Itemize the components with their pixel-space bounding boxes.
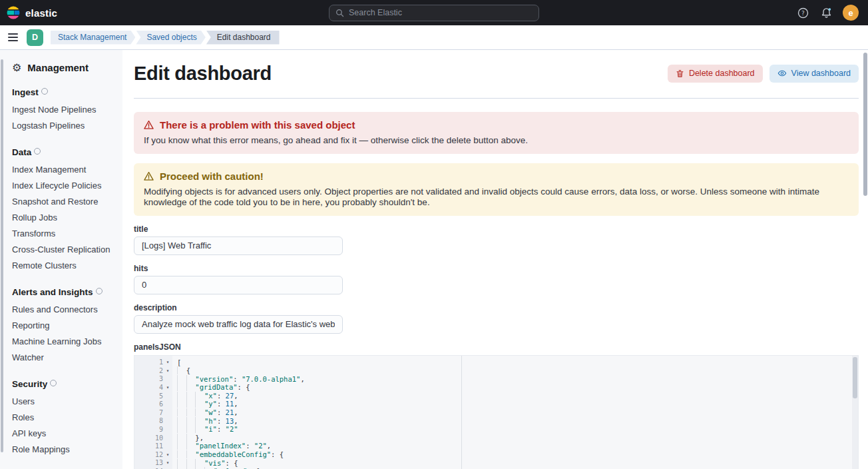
page-body: ⚙ Management IngestIngest Node Pipelines… bbox=[0, 50, 868, 469]
fold-arrow-icon[interactable]: ▾ bbox=[163, 384, 172, 390]
global-search[interactable] bbox=[329, 5, 539, 21]
hits-field-label: hits bbox=[134, 264, 859, 273]
code-token: , bbox=[300, 375, 304, 383]
sidebar-item[interactable]: Roles bbox=[12, 409, 116, 425]
gutter-line: 7 bbox=[134, 408, 172, 417]
search-input[interactable] bbox=[349, 8, 533, 17]
fold-arrow-icon[interactable]: ▾ bbox=[163, 368, 172, 374]
help-icon[interactable]: ? bbox=[796, 6, 809, 19]
sidebar-item[interactable]: Rollup Jobs bbox=[12, 209, 116, 225]
view-dashboard-label: View dashboard bbox=[791, 69, 851, 78]
title-field[interactable] bbox=[134, 236, 343, 255]
breadcrumb-saved-objects[interactable]: Saved objects bbox=[136, 31, 205, 45]
indent-guide bbox=[195, 417, 204, 425]
line-number: 13 bbox=[134, 459, 163, 466]
print-margin-line bbox=[461, 356, 462, 469]
user-avatar[interactable]: e bbox=[843, 5, 859, 21]
sidebar-item[interactable]: Transforms bbox=[12, 225, 116, 241]
error-callout-body: If you know what this error means, go ah… bbox=[144, 135, 849, 147]
indent-guide bbox=[186, 383, 196, 391]
code-token: "panelIndex" bbox=[195, 442, 246, 450]
gutter-line: 10 bbox=[134, 434, 172, 442]
breadcrumb-stack-management[interactable]: Stack Management bbox=[51, 31, 135, 45]
divider bbox=[134, 98, 859, 99]
code-token: "2" bbox=[254, 442, 267, 450]
indent-guide bbox=[177, 383, 186, 391]
sidebar-item[interactable]: Machine Learning Jobs bbox=[12, 333, 116, 349]
sidebar-item[interactable]: Remote Clusters bbox=[12, 257, 116, 273]
editor-code-area[interactable]: [ { "version": "7.0.0-alpha1", "gridData… bbox=[172, 356, 858, 469]
fold-arrow-icon[interactable]: ▾ bbox=[163, 452, 172, 458]
sidebar-item[interactable]: Logstash Pipelines bbox=[12, 117, 116, 133]
delete-dashboard-button[interactable]: Delete dashboard bbox=[668, 65, 763, 83]
line-number: 3 bbox=[134, 375, 163, 382]
sidebar-item[interactable]: Ingest Node Pipelines bbox=[12, 101, 116, 117]
sidebar-item[interactable]: Role Mappings bbox=[12, 441, 116, 457]
sidebar-item[interactable]: Index Lifecycle Policies bbox=[12, 177, 116, 193]
sidebar-item[interactable]: Rules and Connectors bbox=[12, 301, 116, 317]
page-header: Edit dashboard Delete dashboard View das… bbox=[134, 62, 859, 85]
code-line: [ bbox=[177, 358, 858, 367]
trash-icon bbox=[676, 69, 684, 78]
sidebar-item[interactable]: Reporting bbox=[12, 317, 116, 333]
gutter-line: 6 bbox=[134, 400, 172, 408]
info-icon bbox=[34, 148, 41, 155]
gutter-line: 1▾ bbox=[134, 358, 172, 367]
management-sidebar: ⚙ Management IngestIngest Node Pipelines… bbox=[0, 50, 122, 469]
indent-guide bbox=[186, 450, 196, 458]
code-token: : { bbox=[271, 450, 284, 458]
editor-scrollbar[interactable] bbox=[852, 356, 858, 469]
space-avatar[interactable]: D bbox=[27, 29, 43, 46]
view-dashboard-button[interactable]: View dashboard bbox=[769, 65, 859, 83]
info-icon bbox=[96, 288, 103, 294]
indent-guide bbox=[195, 459, 204, 467]
notifications-bell-icon[interactable] bbox=[819, 6, 833, 19]
menu-icon[interactable] bbox=[7, 31, 19, 43]
indent-guide bbox=[195, 408, 204, 416]
sidebar-item[interactable]: Index Management bbox=[12, 161, 116, 177]
indent-guide bbox=[177, 400, 186, 408]
indent-guide bbox=[177, 408, 186, 416]
top-header: elastic ? e bbox=[0, 0, 868, 25]
code-token: "version" bbox=[195, 375, 233, 383]
home-link[interactable]: elastic bbox=[7, 6, 57, 19]
description-field-group: description bbox=[134, 304, 859, 334]
code-token: : bbox=[233, 375, 242, 383]
page-title: Edit dashboard bbox=[134, 62, 272, 85]
elastic-logo-icon bbox=[7, 6, 20, 19]
code-token: : { bbox=[238, 383, 250, 391]
hits-field-group: hits bbox=[134, 264, 859, 294]
code-token: : { bbox=[247, 467, 260, 468]
gutter-line: 3 bbox=[134, 375, 172, 384]
line-number: 8 bbox=[134, 417, 163, 424]
sidebar-item[interactable]: Snapshot and Restore bbox=[12, 193, 116, 209]
code-token: "vis" bbox=[204, 459, 226, 467]
sidebar-scrollbar-thumb[interactable] bbox=[1, 59, 3, 452]
indent-guide bbox=[186, 375, 196, 383]
sidebar-item[interactable]: Watcher bbox=[12, 349, 116, 365]
indent-guide bbox=[177, 375, 186, 383]
gutter-line: 2▾ bbox=[134, 366, 172, 375]
section-heading-label: Data bbox=[12, 147, 31, 157]
code-token: "y" bbox=[204, 400, 217, 408]
breadcrumb-bar: D Stack Management Saved objects Edit da… bbox=[0, 25, 868, 50]
fold-arrow-icon[interactable]: ▾ bbox=[163, 460, 172, 466]
code-token: : bbox=[217, 417, 226, 425]
gutter-line: 4▾ bbox=[134, 383, 172, 392]
sidebar-item[interactable]: Cross-Cluster Replication bbox=[12, 241, 116, 257]
section-heading-label: Alerts and Insights bbox=[12, 287, 93, 297]
header-actions: ? e bbox=[796, 5, 861, 21]
hits-field[interactable] bbox=[134, 276, 343, 294]
indent-guide bbox=[186, 408, 196, 416]
title-field-group: title bbox=[134, 225, 859, 255]
editor-scrollbar-thumb[interactable] bbox=[853, 357, 857, 398]
code-line: { bbox=[177, 366, 858, 375]
panels-json-editor[interactable]: 1▾2▾34▾56789101112▾13▾14▾ [ { "version":… bbox=[134, 355, 859, 469]
code-token: "h" bbox=[204, 417, 217, 425]
code-token: , bbox=[234, 417, 238, 425]
page-scrollbar-thumb[interactable] bbox=[863, 53, 867, 196]
sidebar-item[interactable]: API keys bbox=[12, 425, 116, 441]
description-field[interactable] bbox=[134, 315, 343, 334]
sidebar-item[interactable]: Users bbox=[12, 393, 116, 409]
fold-arrow-icon[interactable]: ▾ bbox=[163, 359, 172, 365]
